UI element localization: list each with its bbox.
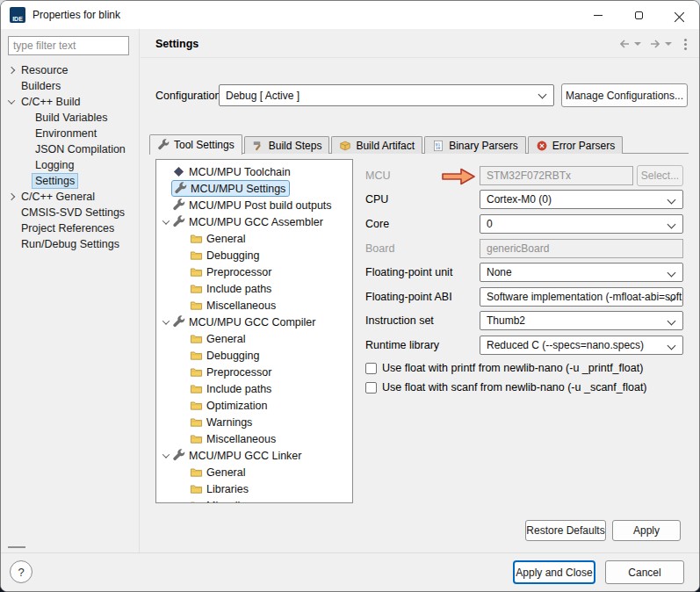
instruction-set-row: Instruction set Thumb2 <box>365 311 682 332</box>
tree-item-gcc-linker[interactable]: MCU/MPU GCC Linker <box>156 447 352 464</box>
sidebar-item-build-variables[interactable]: Build Variables <box>1 110 139 126</box>
tab-error-parsers[interactable]: Error Parsers <box>528 136 623 154</box>
sidebar-item-cpp-general[interactable]: C/C++ General <box>1 189 139 205</box>
tree-item-asm-preprocessor[interactable]: Preprocessor <box>156 264 352 280</box>
close-button[interactable] <box>659 1 699 29</box>
tree-item-cc-warnings[interactable]: Warnings <box>156 414 352 430</box>
chevron-down-icon[interactable] <box>162 451 170 458</box>
tree-item-label: General <box>206 466 245 479</box>
folder-icon <box>190 432 203 445</box>
scanf-float-checkbox[interactable] <box>365 382 377 393</box>
tree-item-label: Debugging <box>206 249 259 262</box>
printf-float-checkbox[interactable] <box>365 363 377 374</box>
tree-item-cc-preprocessor[interactable]: Preprocessor <box>156 364 352 380</box>
sidebar-item-environment[interactable]: Environment <box>1 126 139 141</box>
tab-build-artifact[interactable]: Build Artifact <box>331 136 422 154</box>
tab-build-steps[interactable]: Build Steps <box>244 136 330 154</box>
tree-item-toolchain[interactable]: MCU/MPU Toolchain <box>156 163 352 180</box>
sidebar-item-settings[interactable]: Settings <box>1 173 139 189</box>
configuration-label: Configuration: <box>155 90 224 102</box>
sidebar-item-label: Project References <box>18 221 117 235</box>
sidebar-item-label: C/C++ General <box>18 190 97 204</box>
cancel-button[interactable]: Cancel <box>605 560 684 584</box>
tree-item-cc-debugging[interactable]: Debugging <box>156 347 352 364</box>
tree-item-ld-general[interactable]: General <box>156 464 352 480</box>
tree-item-asm-include-paths[interactable]: Include paths <box>156 280 352 297</box>
tree-item-label: Miscellaneous <box>206 500 276 504</box>
sidebar-item-cmsis-svd[interactable]: CMSIS-SVD Settings <box>1 205 139 220</box>
manage-configurations-button[interactable]: Manage Configurations... <box>561 83 688 107</box>
tree-item-label: MCU/MPU Settings <box>191 183 285 195</box>
tree-item-asm-general[interactable]: General <box>156 230 352 247</box>
help-button[interactable]: ? <box>10 560 32 583</box>
sidebar-item-cpp-build[interactable]: C/C++ Build <box>1 94 139 110</box>
tree-item-label: Preprocessor <box>206 366 271 379</box>
tree-item-asm-misc[interactable]: Miscellaneous <box>156 297 352 314</box>
back-arrow-icon[interactable] <box>617 37 631 51</box>
configuration-select[interactable]: Debug [ Active ] <box>219 84 554 106</box>
tree-item-asm-debugging[interactable]: Debugging <box>156 247 352 264</box>
cpu-value: Cortex-M0 (0) <box>487 193 552 206</box>
forward-history-caret-icon[interactable] <box>665 42 672 46</box>
filter-input[interactable] <box>8 36 129 55</box>
sidebar-item-label: C/C++ Build <box>18 95 83 109</box>
instruction-set-select[interactable]: Thumb2 <box>480 311 683 330</box>
folder-icon <box>190 332 203 345</box>
sidebar-item-json-compilation[interactable]: JSON Compilation <box>1 141 139 157</box>
floating-point-unit-select[interactable]: None <box>480 263 683 282</box>
mcu-select-button[interactable]: Select... <box>637 165 683 186</box>
view-menu-icon[interactable] <box>684 39 687 41</box>
tree-item-ld-libraries[interactable]: Libraries <box>156 480 352 497</box>
app-icon: IDE <box>10 7 25 23</box>
tree-item-gcc-compiler[interactable]: MCU/MPU GCC Compiler <box>156 314 352 330</box>
folder-icon <box>190 499 203 503</box>
chevron-down-icon[interactable] <box>162 317 170 324</box>
tree-item-cc-misc[interactable]: Miscellaneous <box>156 430 352 447</box>
tree-item-gcc-assembler[interactable]: MCU/MPU GCC Assembler <box>156 213 352 230</box>
tab-tool-settings[interactable]: Tool Settings <box>149 134 242 155</box>
minimize-button[interactable] <box>578 1 618 29</box>
folder-icon <box>190 466 203 479</box>
sidebar-item-run-debug[interactable]: Run/Debug Settings <box>1 236 139 252</box>
floating-point-abi-select[interactable]: Software implementation (-mfloat-abi=sof… <box>480 287 683 307</box>
board-row: Board genericBoard <box>365 239 682 260</box>
tree-item-ld-misc[interactable]: Miscellaneous <box>156 497 352 503</box>
sidebar-item-resource[interactable]: Resource <box>1 62 139 78</box>
runtime-library-select[interactable]: Reduced C (--specs=nano.specs) <box>480 336 683 355</box>
folder-icon <box>190 232 203 245</box>
sidebar-item-project-references[interactable]: Project References <box>1 220 139 236</box>
tree-item-cc-general[interactable]: General <box>156 330 352 347</box>
cpu-select[interactable]: Cortex-M0 (0) <box>480 190 683 209</box>
chevron-down-icon[interactable] <box>162 217 170 224</box>
restore-defaults-button[interactable]: Restore Defaults <box>525 520 606 541</box>
sidebar-item-label: Environment <box>32 126 99 141</box>
back-history-caret-icon[interactable] <box>634 42 641 46</box>
folder-icon <box>190 265 203 278</box>
tree-item-mcu-settings[interactable]: MCU/MPU Settings <box>156 180 352 197</box>
sidebar-item-label: CMSIS-SVD Settings <box>18 206 127 220</box>
apply-and-close-button[interactable]: Apply and Close <box>513 560 595 584</box>
tree-item-label: MCU/MPU Post build outputs <box>189 199 332 212</box>
tool-icon <box>172 449 185 462</box>
chevron-down-icon[interactable] <box>8 97 15 104</box>
tab-binary-parsers[interactable]: Binary Parsers <box>424 136 526 154</box>
sidebar-item-builders[interactable]: Builders <box>1 78 139 94</box>
sidebar-item-label: Run/Debug Settings <box>18 237 122 251</box>
tree-item-post-build[interactable]: MCU/MPU Post build outputs <box>156 197 352 213</box>
chevron-right-icon[interactable] <box>8 67 15 74</box>
tree-item-label: Include paths <box>206 383 271 395</box>
floating-point-unit-label: Floating-point unit <box>365 266 452 278</box>
tree-item-cc-optimization[interactable]: Optimization <box>156 397 352 414</box>
fabi-value: Software implementation (-mfloat-abi=sof… <box>487 291 683 303</box>
tree-item-cc-include-paths[interactable]: Include paths <box>156 380 352 397</box>
splitter-handle[interactable] <box>8 546 25 548</box>
chevron-right-icon[interactable] <box>8 193 15 200</box>
core-select[interactable]: 0 <box>480 214 683 234</box>
apply-button[interactable]: Apply <box>612 520 681 541</box>
hammer-icon <box>252 140 264 152</box>
tree-item-label: Libraries <box>206 483 249 495</box>
tree-item-label: MCU/MPU GCC Linker <box>189 450 302 462</box>
sidebar-item-logging[interactable]: Logging <box>1 157 139 173</box>
forward-arrow-icon[interactable] <box>648 37 662 51</box>
maximize-button[interactable] <box>618 1 659 29</box>
